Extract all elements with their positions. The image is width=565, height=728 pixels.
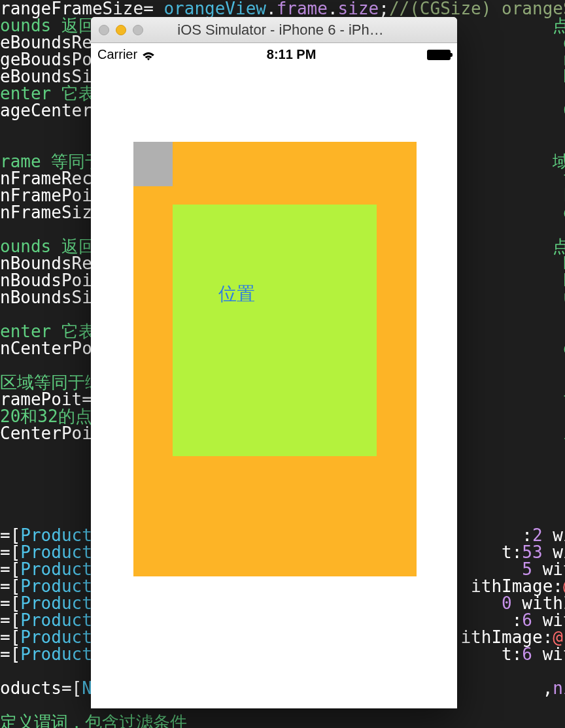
- close-button[interactable]: [99, 25, 109, 35]
- iphone-status-bar: Carrier 8:11 PM: [91, 43, 457, 66]
- green-view: [173, 205, 377, 456]
- battery-fill: [428, 51, 449, 59]
- iphone-content-area: 位置: [91, 66, 457, 708]
- carrier-label: Carrier: [97, 47, 137, 62]
- ios-simulator-window: iOS Simulator - iPhone 6 - iPh… Carrier …: [91, 17, 457, 708]
- gray-view: [133, 142, 173, 186]
- macos-titlebar[interactable]: iOS Simulator - iPhone 6 - iPh…: [91, 17, 457, 43]
- battery-icon: [427, 50, 451, 60]
- position-label: 位置: [218, 282, 255, 306]
- orange-view-left: [133, 186, 173, 576]
- status-time: 8:11 PM: [267, 47, 317, 62]
- status-left: Carrier: [97, 47, 156, 62]
- window-title: iOS Simulator - iPhone 6 - iPh…: [112, 22, 449, 39]
- wifi-icon: [141, 50, 156, 60]
